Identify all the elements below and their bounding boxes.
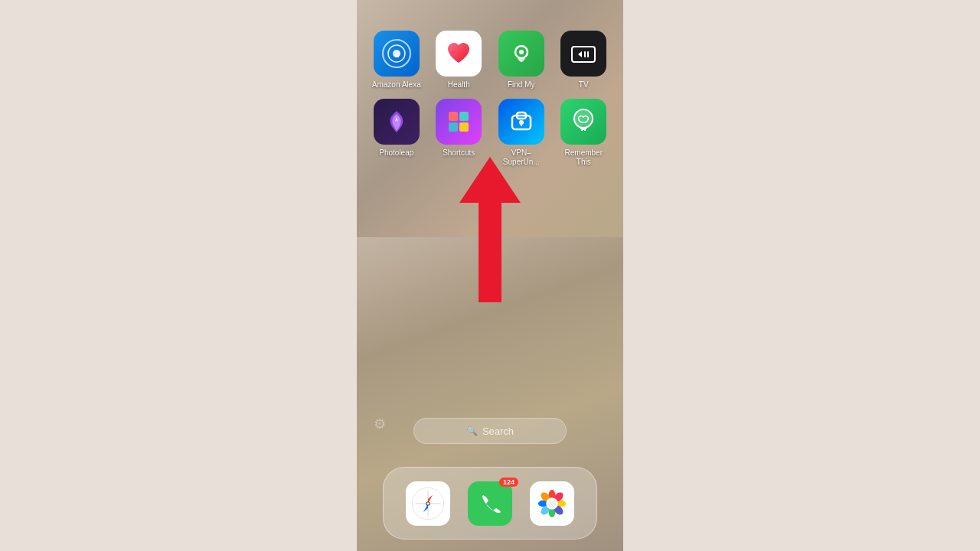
app-health[interactable]: Health <box>431 31 488 90</box>
svg-point-36 <box>547 499 555 507</box>
app-tv[interactable]: TV <box>556 31 612 90</box>
svg-rect-7 <box>584 51 586 57</box>
svg-point-17 <box>574 109 593 128</box>
red-arrow <box>459 157 521 302</box>
app-photoleap[interactable]: Photoleap <box>368 99 425 167</box>
svg-rect-10 <box>459 112 469 121</box>
photoleap-label: Photoleap <box>379 148 413 158</box>
search-label: Search <box>482 425 514 437</box>
remember-label: Remember This <box>557 148 610 167</box>
svg-rect-16 <box>521 122 522 126</box>
svg-text:a: a <box>394 51 399 59</box>
dock-photos[interactable] <box>530 481 574 526</box>
app-grid: a Amazon Alexa Health <box>357 23 623 174</box>
tv-label: TV <box>579 80 589 90</box>
arrow-body <box>479 203 501 302</box>
health-label: Health <box>448 80 470 90</box>
remember-icon <box>560 99 606 145</box>
svg-rect-9 <box>449 112 458 121</box>
dock-safari[interactable] <box>406 481 450 526</box>
search-bar[interactable]: 🔍 Search <box>413 418 567 444</box>
safari-dock-icon <box>406 481 450 526</box>
health-icon <box>436 31 482 77</box>
shortcuts-icon <box>436 99 482 145</box>
photos-dock-icon <box>530 481 574 526</box>
svg-point-25 <box>427 502 430 504</box>
svg-point-5 <box>519 50 524 54</box>
phone-badge: 124 <box>499 478 518 487</box>
alexa-label: Amazon Alexa <box>372 80 421 90</box>
app-findmy[interactable]: Find My <box>493 31 550 90</box>
vpn-icon <box>498 99 544 145</box>
arrow-head <box>459 157 521 203</box>
app-alexa[interactable]: a Amazon Alexa <box>368 31 425 90</box>
search-icon: 🔍 <box>466 425 478 436</box>
photoleap-icon <box>374 99 420 145</box>
dock: 124 <box>383 467 597 540</box>
findmy-icon <box>498 31 544 77</box>
svg-rect-11 <box>449 122 458 132</box>
gear-icon: ⚙ <box>374 416 386 432</box>
svg-rect-8 <box>587 51 589 57</box>
phone-screen: a Amazon Alexa Health <box>357 0 623 551</box>
tv-icon <box>560 31 606 77</box>
svg-rect-6 <box>572 47 595 62</box>
app-remember[interactable]: Remember This <box>556 99 612 167</box>
findmy-label: Find My <box>508 80 535 90</box>
dock-phone[interactable]: 124 <box>468 481 512 526</box>
phone-dock-icon: 124 <box>468 481 512 526</box>
svg-rect-12 <box>459 122 469 132</box>
alexa-icon: a <box>374 31 420 77</box>
